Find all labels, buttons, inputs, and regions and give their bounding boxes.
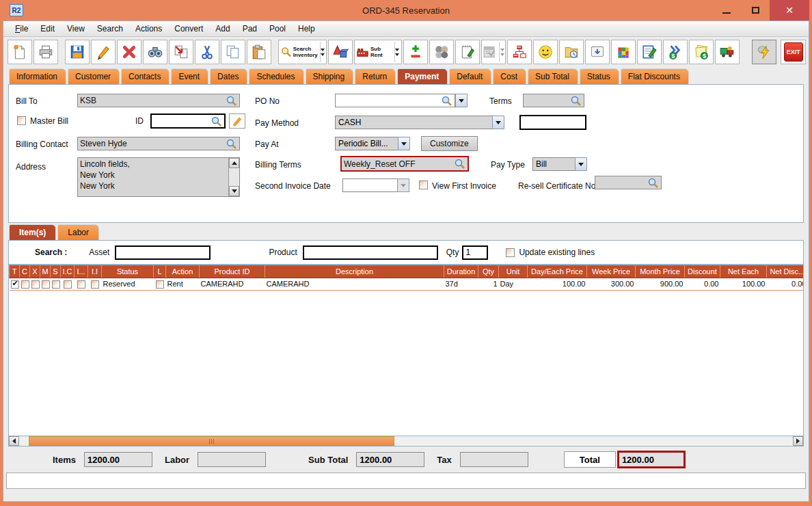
row-c-checkbox[interactable] [21,280,29,289]
col-idots[interactable]: I... [75,265,88,278]
col-ic[interactable]: I.C [61,265,75,278]
search-icon[interactable] [441,95,452,107]
pay-at-dropdown[interactable] [398,137,410,150]
scroll-up-icon[interactable] [229,158,239,168]
col-ii[interactable]: I.I [88,265,102,278]
tab-sub-total[interactable]: Sub Total [528,68,578,84]
tab-payment[interactable]: Payment [397,68,448,84]
col-x[interactable]: X [30,265,40,278]
shapes-button[interactable] [328,40,353,64]
edit-button[interactable] [91,40,116,64]
pay-method-combo[interactable]: CASH [335,116,504,129]
view-first-invoice-checkbox[interactable] [419,181,428,189]
pay-type-dropdown[interactable] [575,157,587,171]
tab-shipping[interactable]: Shipping [306,68,354,84]
tab-dates[interactable]: Dates [210,68,247,84]
tab-flat-discounts[interactable]: Flat Discounts [621,68,689,84]
truck-button[interactable] [715,40,740,64]
qty-input[interactable]: 1 [462,245,488,260]
customize-button[interactable]: Customize [421,136,478,151]
col-discount[interactable]: Discount [685,265,720,278]
tab-labor[interactable]: Labor [57,224,99,240]
edit-id-button[interactable] [229,114,245,129]
col-description[interactable]: Description [265,265,444,278]
search-icon[interactable] [226,95,237,107]
transfer-button[interactable] [169,40,193,64]
col-m[interactable]: M [40,265,51,278]
col-net-each[interactable]: Net Each [720,265,767,278]
search-inventory-button[interactable]: SearchInventory [278,40,327,64]
tab-information[interactable]: Information [9,68,66,84]
scroll-right-icon[interactable] [793,436,803,446]
search-icon[interactable] [647,177,659,189]
smiley-button[interactable] [533,40,558,64]
asset-input[interactable] [115,245,211,260]
col-unit[interactable]: Unit [499,265,528,278]
menu-pad[interactable]: Pad [236,22,263,36]
pay-type-combo[interactable]: Bill [532,157,587,171]
search-icon[interactable] [454,158,465,170]
col-day-each-price[interactable]: Day/Each Price [528,265,587,278]
product-input[interactable] [303,245,438,260]
col-product-id[interactable]: Product ID [200,265,265,278]
col-month-price[interactable]: Month Price [636,265,685,278]
col-c[interactable]: C [20,265,30,278]
cube-button[interactable] [611,40,636,64]
org-chart-button[interactable] [507,40,532,64]
tab-event[interactable]: Event [171,68,208,84]
scroll-down-icon[interactable] [229,186,239,196]
col-t[interactable]: T [10,265,20,278]
tab-schedules[interactable]: Schedules [249,68,303,84]
quick-action-button[interactable] [752,40,776,64]
find-button[interactable] [143,40,167,64]
new-document-button[interactable] [8,40,32,64]
copy-button[interactable] [221,40,245,64]
sub-rent-dropdown[interactable] [394,42,400,62]
scroll-left-icon[interactable] [9,436,19,446]
id-field[interactable] [150,114,226,129]
notepad-button[interactable] [455,40,480,64]
keyboard-button[interactable] [585,40,610,64]
po-no-field[interactable] [335,94,455,107]
menu-actions[interactable]: Actions [129,22,168,36]
menu-help[interactable]: Help [292,22,321,36]
cut-button[interactable] [195,40,219,64]
edit-note-button[interactable] [637,40,662,64]
col-status[interactable]: Status [102,265,154,278]
po-no-combo[interactable] [335,94,468,107]
tab-status[interactable]: Status [580,68,619,84]
exit-button[interactable]: EXIT [781,40,806,64]
paste-button[interactable] [247,40,271,64]
tab-return[interactable]: Return [355,68,396,84]
col-duration[interactable]: Duration [444,265,478,278]
bill-to-field[interactable]: KSB [77,94,240,107]
tab-contacts[interactable]: Contacts [121,68,170,84]
table-row[interactable]: Reserved Rent CAMERAHD CAMERAHD 37d 1 Da… [10,278,804,290]
col-net-disc[interactable]: Net Disc... [767,265,804,278]
sub-rent-button[interactable]: Sub Rent [354,40,402,64]
second-invoice-date-combo[interactable] [342,178,409,192]
row-ii-checkbox[interactable] [91,280,99,289]
search-icon[interactable] [226,138,237,150]
row-idots-checkbox[interactable] [77,280,85,289]
search-inventory-dropdown[interactable] [320,42,325,62]
search-icon[interactable] [570,95,582,107]
row-l-checkbox[interactable] [156,280,164,289]
billing-terms-field[interactable]: Weekly_Reset OFF [340,156,469,172]
menu-add[interactable]: Add [209,22,236,36]
row-s-checkbox[interactable] [52,280,60,289]
address-scrollbar[interactable] [228,158,239,196]
menu-edit[interactable]: Edit [34,22,61,36]
terms-field[interactable] [523,94,584,107]
menu-file[interactable]: File [9,22,34,36]
row-x-checkbox[interactable] [31,280,40,289]
address-field[interactable]: Lincoln fields, New York New York [77,157,240,197]
pay-at-combo[interactable]: Periodic Bill... [335,137,410,150]
menu-pool[interactable]: Pool [263,22,292,36]
invoice-button[interactable]: $ [689,40,714,64]
save-button[interactable] [65,40,90,64]
menu-convert[interactable]: Convert [168,22,209,36]
pay-method-dropdown[interactable] [492,116,504,129]
update-existing-lines-checkbox[interactable] [506,248,515,257]
row-m-checkbox[interactable] [42,280,50,289]
